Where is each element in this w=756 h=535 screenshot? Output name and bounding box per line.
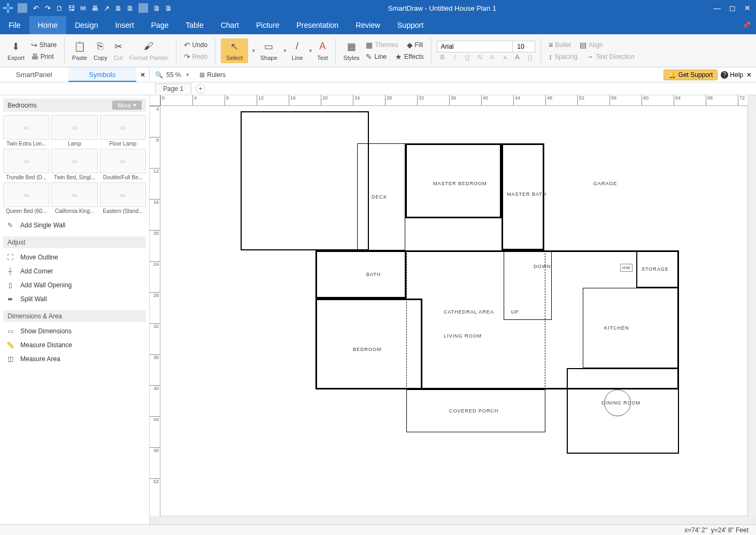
paste-button[interactable]: 📋Paste — [70, 40, 89, 62]
font-color-button[interactable]: A — [512, 54, 523, 61]
shrink-font-button[interactable]: ᴀ — [499, 54, 510, 61]
shape-dropdown-icon[interactable]: ▼ — [283, 48, 288, 54]
font-name-input[interactable] — [437, 41, 512, 52]
save-icon[interactable]: 🖫 — [66, 3, 76, 13]
menu-review[interactable]: Review — [347, 16, 389, 34]
more-symbols-button[interactable]: More▾ — [112, 101, 142, 110]
drawing-canvas[interactable]: GARAGE MASTER BEDROOM MASTER BATH DECK B… — [160, 106, 747, 516]
horizontal-scrollbar[interactable] — [160, 516, 747, 524]
close-help-icon[interactable]: ✕ — [746, 71, 752, 79]
close-icon[interactable]: ✕ — [742, 4, 753, 12]
line-style-button[interactable]: ✎Line — [364, 51, 389, 62]
fill-button[interactable]: ◆Fill — [405, 40, 425, 50]
symbol-item[interactable]: ▭Double/Full Be... — [100, 149, 146, 180]
mail-icon[interactable]: ✉ — [78, 3, 88, 13]
ruler-icon: 📏 — [5, 341, 15, 349]
doc4-icon[interactable]: 🗎 — [164, 3, 173, 13]
room-porch: COVERED PORCH — [449, 408, 499, 414]
measure-area[interactable]: ◫Measure Area — [3, 352, 146, 366]
symbol-item[interactable]: ▭Eastern (Stand... — [100, 182, 146, 214]
floor-plan[interactable]: GARAGE MASTER BEDROOM MASTER BATH DECK B… — [241, 111, 679, 475]
symbol-item[interactable]: ▭Floor Lamp — [100, 115, 146, 147]
room-garage: GARAGE — [593, 181, 618, 186]
styles-button[interactable]: ▦Styles — [341, 40, 361, 62]
undo-icon[interactable]: ↶ — [31, 3, 41, 13]
move-outline[interactable]: ⛶Move Outline — [3, 250, 146, 264]
undo-button[interactable]: ↶Undo — [182, 40, 210, 50]
menu-picture[interactable]: Picture — [248, 16, 288, 34]
bold-button[interactable]: B — [437, 54, 448, 61]
doc2-icon[interactable]: 🗎 — [125, 3, 135, 13]
download-icon: ⬇ — [12, 41, 20, 52]
strike-button[interactable]: N — [475, 54, 485, 61]
zoom-dropdown-icon[interactable]: ▼ — [185, 72, 190, 78]
add-wall-opening[interactable]: ▯Add Wall Opening — [3, 278, 146, 292]
measure-distance[interactable]: 📏Measure Distance — [3, 338, 146, 352]
doc3-icon[interactable]: 🗎 — [152, 3, 161, 13]
symbol-item[interactable]: ▭Lamp — [51, 115, 97, 147]
split-wall[interactable]: ⬌Split Wall — [3, 292, 146, 306]
export-icon[interactable]: ↗ — [102, 3, 111, 13]
rulers-toggle[interactable]: ⊞Rulers — [195, 71, 230, 79]
text-direction-button[interactable]: →Text Direction — [584, 51, 637, 62]
font-size-input[interactable] — [512, 41, 528, 52]
grow-font-button[interactable]: A — [487, 54, 498, 61]
get-support-button[interactable]: 🔔 Get Support — [664, 70, 718, 80]
themes-button[interactable]: ▦Themes — [364, 40, 400, 50]
menu-design[interactable]: Design — [66, 16, 107, 34]
symbol-item[interactable]: ▭Queen Bed (60... — [3, 182, 49, 214]
page-tab-1[interactable]: Page 1 — [155, 83, 191, 94]
show-dimensions[interactable]: ▭Show Dimensions — [3, 324, 146, 338]
print-icon[interactable]: 🖶 — [90, 3, 99, 13]
print-button[interactable]: 🖶Print — [29, 51, 59, 62]
symbol-button[interactable]: () — [524, 54, 535, 61]
menu-presentation[interactable]: Presentation — [288, 16, 348, 34]
menu-chart[interactable]: Chart — [212, 16, 248, 34]
effects-button[interactable]: ★Effects — [393, 51, 426, 62]
tab-smartpanel[interactable]: SmartPanel — [0, 67, 68, 82]
redo-icon[interactable]: ↷ — [43, 3, 52, 13]
pin-ribbon-icon[interactable]: 📌 — [737, 16, 756, 34]
menu-insert[interactable]: Insert — [107, 16, 143, 34]
doc1-icon[interactable]: 🗎 — [113, 3, 123, 13]
select-dropdown-icon[interactable]: ▼ — [251, 48, 256, 54]
share-button[interactable]: ↪Share — [29, 40, 59, 50]
symbol-item[interactable]: ▭Twin Extra Lon... — [3, 115, 49, 147]
line-tool[interactable]: /Line — [289, 40, 305, 62]
maximize-icon[interactable]: ◻ — [727, 4, 738, 12]
add-corner[interactable]: ┼Add Corner — [3, 264, 146, 278]
export-button[interactable]: ⬇Export — [5, 40, 27, 62]
menu-table[interactable]: Table — [177, 16, 212, 34]
line-dropdown-icon[interactable]: ▼ — [308, 48, 313, 54]
spacing-button[interactable]: ↕Spacing — [546, 51, 580, 62]
help-button[interactable]: ?Help — [721, 71, 743, 79]
text-tool[interactable]: AText — [315, 40, 330, 62]
select-tool[interactable]: ↖Select — [221, 39, 248, 63]
format-painter-button[interactable]: 🖌Format Painter — [127, 40, 171, 62]
italic-button[interactable]: I — [450, 54, 460, 61]
menu-home[interactable]: Home — [29, 16, 66, 34]
shape-tool[interactable]: ▭Shape — [258, 40, 280, 62]
zoom-icon[interactable]: 🔍 — [155, 71, 163, 79]
symbol-item[interactable]: ▭California King... — [51, 182, 97, 214]
add-page-button[interactable]: + — [196, 84, 205, 94]
tab-symbols[interactable]: Symbols — [68, 67, 137, 82]
copy-button[interactable]: ⎘Copy — [91, 40, 110, 62]
minimize-icon[interactable]: — — [711, 4, 723, 12]
vertical-scrollbar[interactable] — [747, 106, 756, 516]
room-cathedral: CATHEDRAL AREA — [444, 309, 494, 315]
menu-page[interactable]: Page — [143, 16, 178, 34]
align-button[interactable]: ▤Align — [577, 40, 605, 50]
close-panel-icon[interactable]: ✕ — [136, 67, 149, 82]
cut-button[interactable]: ✂Cut — [112, 40, 125, 62]
bullet-button[interactable]: ≡Bullet — [546, 40, 573, 50]
underline-button[interactable]: U — [462, 54, 473, 61]
menu-support[interactable]: Support — [389, 16, 432, 34]
symbol-item[interactable]: ▭Trundle Bed (D... — [3, 149, 49, 180]
symbol-item[interactable]: ▭Twin Bed, Singl... — [51, 149, 97, 180]
redo-button[interactable]: ↷Redo — [182, 51, 210, 62]
svg-rect-0 — [7, 3, 9, 7]
new-icon[interactable]: 🗋 — [55, 3, 64, 13]
menu-file[interactable]: File — [0, 16, 29, 34]
add-single-wall[interactable]: ✎Add Single Wall — [3, 218, 146, 232]
